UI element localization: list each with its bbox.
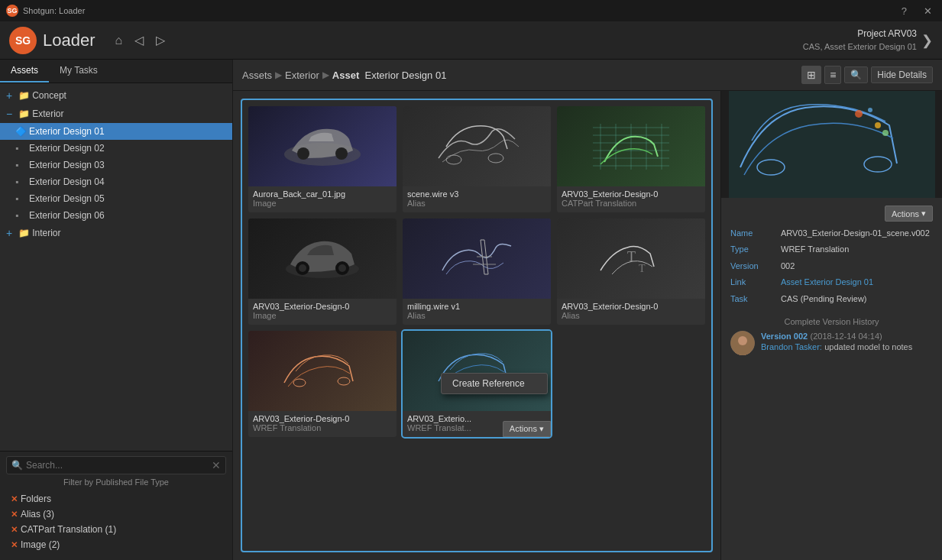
asset-name: milling.wire v1 xyxy=(407,302,546,311)
collapse-exterior-icon: − xyxy=(6,108,12,120)
filter-tag-folders[interactable]: ✕ Folders xyxy=(6,491,226,507)
title-bar-left: SG Shotgun: Loader xyxy=(6,5,85,17)
hide-details-button[interactable]: Hide Details xyxy=(871,66,933,83)
actions-row: Actions ▾ xyxy=(730,206,933,222)
content-border: Aurora_Back_car_01.jpg Image xyxy=(241,99,713,552)
context-menu: Create Reference xyxy=(441,373,548,394)
sidebar-item-concept[interactable]: + 📁 Concept xyxy=(0,86,232,105)
sidebar-item-label: Exterior Design 02 xyxy=(29,143,105,154)
breadcrumb-asset-prefix: Asset xyxy=(332,70,359,81)
svg-point-25 xyxy=(293,379,306,387)
project-name: Project ARV03 xyxy=(803,27,917,40)
asset-type: Image xyxy=(253,199,392,208)
search-clear-icon[interactable]: ✕ xyxy=(212,459,221,471)
detail-row-type: Type WREF Translation xyxy=(730,244,933,255)
file-icon: ▪ xyxy=(15,193,26,204)
filter-tag-label: Folders xyxy=(21,494,51,504)
asset-item-wref2[interactable]: ARV03_Exterio... WREF Translat... Action… xyxy=(403,331,551,437)
tab-my-tasks[interactable]: My Tasks xyxy=(49,60,108,83)
sidebar-item-interior[interactable]: + 📁 Interior xyxy=(0,224,232,242)
svg-point-35 xyxy=(882,130,889,136)
context-menu-create-reference[interactable]: Create Reference xyxy=(442,374,547,393)
back-button[interactable]: ◁ xyxy=(131,30,147,50)
project-info: Project ARV03 CAS, Asset Exterior Design… xyxy=(803,27,917,53)
content-main: Aurora_Back_car_01.jpg Image xyxy=(233,91,942,560)
content-area: Assets ▶ Exterior ▶ Asset Exterior Desig… xyxy=(233,60,942,560)
actions-overlay: Actions ▾ xyxy=(503,421,551,437)
detail-actions-button[interactable]: Actions ▾ xyxy=(885,206,933,222)
breadcrumb-exterior[interactable]: Exterior xyxy=(285,70,319,81)
sidebar-item-exterior-design-01[interactable]: 🔷 Exterior Design 01 xyxy=(0,123,232,140)
sidebar-item-exterior-design-05[interactable]: ▪ Exterior Design 05 xyxy=(0,190,232,207)
asset-type: CATPart Translation xyxy=(562,199,701,208)
forward-button[interactable]: ▷ xyxy=(153,30,168,50)
sidebar-item-exterior-design-06[interactable]: ▪ Exterior Design 06 xyxy=(0,207,232,224)
asset-item-catpart[interactable]: ARV03_Exterior-Design-0 CATPart Translat… xyxy=(557,106,705,212)
asset-thumbnail xyxy=(557,106,705,186)
close-button[interactable]: ✕ xyxy=(920,4,936,18)
detail-preview-svg xyxy=(729,91,935,198)
breadcrumb-current: Asset Exterior Design 01 xyxy=(332,70,447,81)
filter-tag-alias[interactable]: ✕ Alias (3) xyxy=(6,507,226,522)
version-note: updated model to notes xyxy=(824,342,912,351)
sidebar-item-exterior[interactable]: − 📁 Exterior xyxy=(0,105,232,123)
sidebar-item-label: Exterior xyxy=(32,108,63,119)
sidebar-tabs: Assets My Tasks xyxy=(0,60,232,83)
sidebar-item-exterior-design-03[interactable]: ▪ Exterior Design 03 xyxy=(0,157,232,173)
search-input[interactable] xyxy=(26,460,209,471)
detail-value-version: 002 xyxy=(781,261,933,272)
sidebar-item-label: Exterior Design 01 xyxy=(29,126,105,137)
asset-thumbnail xyxy=(403,218,551,299)
app-logo-small: SG xyxy=(6,5,18,17)
filter-remove-icon: ✕ xyxy=(11,510,18,520)
asset-item-scene-wire[interactable]: scene.wire v3 Alias xyxy=(403,106,551,212)
asset-thumbnail xyxy=(248,106,397,186)
asset-type: Alias xyxy=(562,311,701,320)
svg-point-19 xyxy=(299,264,306,272)
detail-key-task: Task xyxy=(730,293,776,303)
filter-tag-catpart[interactable]: ✕ CATPart Translation (1) xyxy=(6,522,226,537)
project-path: CAS, Asset Exterior Design 01 xyxy=(803,40,917,53)
sidebar-item-exterior-design-02[interactable]: ▪ Exterior Design 02 xyxy=(0,140,232,157)
svg-text:T: T xyxy=(639,263,646,274)
breadcrumb-separator: ▶ xyxy=(275,70,282,80)
project-nav-chevron[interactable]: ❯ xyxy=(921,32,933,49)
tab-assets[interactable]: Assets xyxy=(0,60,49,83)
asset-info: ARV03_Exterior-Design-0 WREF Translation xyxy=(248,411,397,437)
breadcrumb-assets[interactable]: Assets xyxy=(242,70,272,81)
asset-item-aurora[interactable]: Aurora_Back_car_01.jpg Image xyxy=(248,106,397,212)
asset-item-dark-car[interactable]: ARV03_Exterior-Design-0 Image xyxy=(248,218,397,325)
header-right: Project ARV03 CAS, Asset Exterior Design… xyxy=(803,27,933,53)
sidebar-item-exterior-design-04[interactable]: ▪ Exterior Design 04 xyxy=(0,173,232,190)
shotgun-logo: SG xyxy=(9,27,37,54)
detail-value-type: WREF Translation xyxy=(781,244,933,255)
detail-row-task: Task CAS (Pending Review) xyxy=(730,293,933,305)
asset-item-alias2[interactable]: T T ARV03_Exterior-Design-0 Alias xyxy=(557,218,705,325)
asset-item-milling[interactable]: milling.wire v1 Alias xyxy=(403,218,551,325)
asset-item-wref1[interactable]: ARV03_Exterior-Design-0 WREF Translation xyxy=(248,331,397,437)
list-view-button[interactable]: ≡ xyxy=(824,66,841,84)
asset-info: scene.wire v3 Alias xyxy=(403,186,551,212)
version-history-title[interactable]: Complete Version History xyxy=(730,317,933,326)
home-button[interactable]: ⌂ xyxy=(112,31,126,50)
search-button[interactable]: 🔍 xyxy=(844,66,868,83)
detail-value-link[interactable]: Asset Exterior Design 01 xyxy=(781,277,933,288)
help-button[interactable]: ? xyxy=(898,4,911,18)
breadcrumb-bar: Assets ▶ Exterior ▶ Asset Exterior Desig… xyxy=(233,60,942,91)
grid-view-button[interactable]: ⊞ xyxy=(801,66,821,84)
detail-key-name: Name xyxy=(730,228,776,238)
asset-info: milling.wire v1 Alias xyxy=(403,299,551,325)
asset-info: ARV03_Exterior-Design-0 Alias xyxy=(557,299,705,325)
header-nav: ⌂ ◁ ▷ xyxy=(112,30,169,50)
filter-tag-label: Alias (3) xyxy=(21,509,54,520)
sidebar-item-label: Concept xyxy=(32,90,66,101)
version-item: Version 002 (2018-12-14 04:14) Brandon T… xyxy=(730,331,933,355)
asset-thumbnail xyxy=(248,331,397,411)
title-bar: SG Shotgun: Loader ? ✕ xyxy=(0,0,942,21)
actions-button-asset[interactable]: Actions ▾ xyxy=(503,421,551,437)
alias-thumbnail-svg: T T xyxy=(585,232,677,286)
asset-info: Aurora_Back_car_01.jpg Image xyxy=(248,186,397,212)
filter-tag-image[interactable]: ✕ Image (2) xyxy=(6,537,226,552)
sidebar: Assets My Tasks + 📁 Concept − 📁 Exterior… xyxy=(0,60,233,560)
sidebar-search-area: 🔍 ✕ Filter by Published File Type ✕ Fold… xyxy=(0,451,232,560)
